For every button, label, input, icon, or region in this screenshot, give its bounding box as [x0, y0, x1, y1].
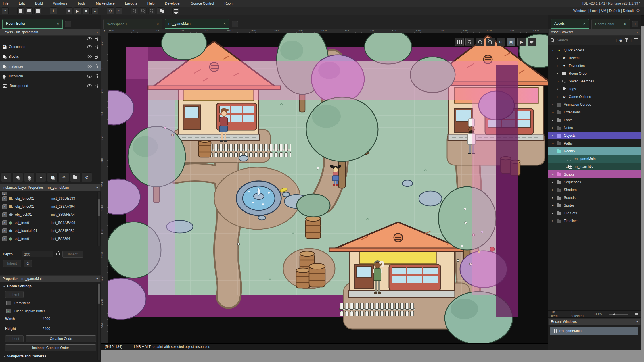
tree-chevron-icon[interactable]: ▸ [556, 72, 559, 75]
menu-source-control[interactable]: Source Control [191, 1, 214, 5]
room-canvas[interactable] [108, 33, 548, 343]
asset-tree-item-sequences[interactable]: ▸Sequences [548, 178, 641, 186]
menu-developer[interactable]: Developer [165, 1, 181, 5]
add-tab-button[interactable]: + [65, 21, 71, 27]
menu-help[interactable]: Help [147, 1, 155, 5]
depth-input[interactable] [22, 251, 53, 257]
tree-chevron-icon[interactable]: ▸ [556, 56, 559, 59]
menu-windows[interactable]: Windows [53, 1, 67, 5]
lock-icon[interactable] [95, 47, 98, 49]
instance-checkbox[interactable]: ✓ [2, 220, 7, 225]
asset-tree-item-tags[interactable]: ▹Tags [548, 85, 641, 93]
menu-tools[interactable]: Tools [77, 1, 85, 5]
instance-creation-order-button[interactable]: Instance Creation Order [5, 344, 96, 351]
instance-checkbox[interactable]: ✓ [2, 196, 7, 201]
tree-chevron-icon[interactable]: ▸ [551, 134, 555, 137]
close-icon[interactable]: × [624, 22, 626, 26]
tree-chevron-icon[interactable]: ▹ [551, 103, 555, 106]
asset-tree-item-room-order[interactable]: ▸Room Order [548, 70, 641, 77]
tab-room-editor-right[interactable]: Room Editor × [591, 19, 630, 29]
asset-tree-item-fonts[interactable]: ▸Fonts [548, 116, 641, 124]
tab-rm-gamemain[interactable]: rm_gameMain × [165, 19, 229, 29]
tree-chevron-icon[interactable]: ▸ [551, 204, 555, 207]
add-instance-layer-button[interactable] [13, 172, 23, 182]
eye-icon[interactable] [87, 75, 92, 78]
close-icon[interactable]: × [57, 22, 59, 26]
workspace-windows-button[interactable] [157, 7, 164, 14]
instance-row-inst_362DE133[interactable]: ✓obj_fence01inst_362DE133 [0, 195, 97, 203]
thumbnail-size-slider[interactable] [609, 314, 628, 315]
asset-browser-header[interactable]: Asset Browser ▾ [548, 29, 641, 36]
tree-chevron-icon[interactable]: ▸ [556, 95, 559, 98]
asset-tree-item-quick-access[interactable]: ▾★Quick Access [548, 46, 641, 54]
canvas-zoom-reset-button[interactable] [476, 38, 484, 46]
asset-tree-item-game-options[interactable]: ▸⚙Game Options [548, 93, 641, 101]
asset-tree-item-shaders[interactable]: ▹Shaders [548, 186, 641, 194]
add-asset-layer-button[interactable] [47, 172, 57, 182]
asset-tree-item-saved-searches[interactable]: ▹Saved Searches [548, 77, 641, 85]
grid-view-icon[interactable] [635, 313, 638, 315]
collapse-triangle-icon[interactable]: ◢ [3, 355, 5, 358]
build-targets-text[interactable]: Windows | Local | VM | Default | Default [573, 9, 634, 13]
add-tile-layer-button[interactable] [24, 172, 34, 182]
close-icon[interactable]: × [156, 22, 159, 26]
settings-button[interactable]: ⚙ [107, 7, 114, 14]
height-value[interactable]: 2400 [43, 327, 50, 331]
add-asset-icon[interactable]: ⊕ [619, 38, 623, 43]
lock-icon[interactable] [95, 86, 98, 88]
tree-chevron-icon[interactable]: ▸ [551, 196, 555, 199]
zoom-out-button[interactable]: − [131, 7, 138, 14]
properties-scrollbar[interactable] [97, 283, 101, 360]
zoom-reset-button[interactable] [140, 7, 147, 14]
creation-code-button[interactable]: Creation Code [26, 335, 96, 342]
add-effect-layer-button[interactable]: ✳ [59, 172, 69, 182]
fit-to-screen-button[interactable]: ⊡ [497, 38, 505, 46]
grid-options-button[interactable]: ▾ [455, 38, 464, 46]
tab-assets[interactable]: Assets × [551, 19, 589, 29]
instance-row-inst_FA2394[interactable]: ✓obj_tree01inst_FA2394 [0, 235, 97, 243]
menu-file[interactable]: File [3, 1, 8, 5]
instance-checkbox[interactable]: ✓ [2, 236, 7, 241]
menu-icon[interactable] [634, 38, 638, 42]
zoom-in-button[interactable]: + [148, 7, 155, 14]
canvas-zoom-in-button[interactable]: + [486, 38, 495, 46]
tree-chevron-icon[interactable]: ▹ [556, 87, 559, 90]
canvas-zoom-out-button[interactable]: − [465, 38, 474, 46]
properties-header[interactable]: Properties - rm_gameMain ▾ [0, 275, 101, 282]
recent-windows-header[interactable]: Recent Windows ▾ [548, 318, 641, 325]
tree-chevron-icon[interactable]: ▾ [551, 149, 555, 153]
layer-inherit-button[interactable]: Inherit [3, 260, 21, 267]
layer-target-button[interactable]: ⊙ [24, 260, 32, 267]
layers-header[interactable]: Layers - rm_gameMain ▾ [0, 29, 101, 36]
add-layer-folder-button[interactable] [70, 172, 80, 182]
instance-row-inst_3895FBA4[interactable]: ✓obj_rock01inst_3895FBA4 [0, 211, 97, 219]
instance-list-scrollbar[interactable] [97, 192, 101, 246]
tree-chevron-icon[interactable]: ▸ [551, 173, 555, 176]
layer-row-cutscenes[interactable]: Cutscenes [0, 42, 101, 52]
depth-inherit-button[interactable]: Inherit [62, 251, 83, 258]
menu-build[interactable]: Build [35, 1, 43, 5]
clear-display-buffer-checkbox[interactable]: ✓ [6, 309, 11, 313]
asset-tree-item-extensions[interactable]: ▹Extensions [548, 108, 641, 116]
paint-mode-button[interactable] [528, 38, 536, 46]
tree-chevron-icon[interactable]: ▹ [556, 64, 559, 67]
filter-icon[interactable] [625, 38, 628, 42]
search-input[interactable] [557, 38, 614, 42]
export-button[interactable]: ↥ [50, 7, 57, 14]
close-icon[interactable]: × [223, 22, 226, 26]
stop-button[interactable]: ■ [83, 7, 90, 14]
clean-button[interactable]: » [91, 7, 98, 14]
tree-chevron-icon[interactable]: ▸ [551, 211, 555, 215]
eye-icon[interactable] [87, 55, 92, 58]
lock-all-icon[interactable] [95, 38, 98, 41]
asset-tree-item-scripts[interactable]: ▸Scripts [548, 170, 641, 178]
tab-workspace-1[interactable]: Workspace 1 × [103, 19, 162, 29]
asset-tree-item-recent[interactable]: ▸↺Recent [548, 54, 641, 62]
new-project-button[interactable] [17, 7, 24, 14]
collapse-triangle-icon[interactable]: ◢ [3, 285, 5, 288]
instance-checkbox[interactable]: ✓ [2, 212, 7, 217]
instance-checkbox[interactable]: ✓ [2, 228, 7, 233]
visibility-all-icon[interactable] [87, 37, 92, 40]
tab-room-editor[interactable]: Room Editor × [2, 19, 63, 29]
instance-row-inst_3A31B0B2[interactable]: ✓obj_fountain01inst_3A31B0B2 [0, 227, 97, 235]
